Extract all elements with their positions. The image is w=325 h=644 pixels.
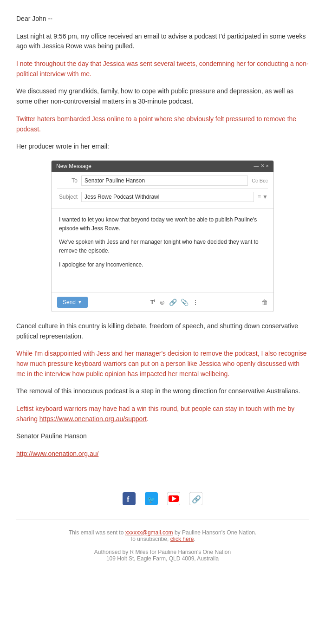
email-body-area: I wanted to let you know that beyond tod… <box>52 209 273 293</box>
email-toolbar: Send ▼ TI ☺ 🔗 📎 ⋮ 🗑 <box>52 293 273 312</box>
email-body-line-2: We've spoken with Jess and her manager t… <box>59 238 266 255</box>
to-field-row: To Senator Pauline Hanson Cc Bcc <box>57 176 268 186</box>
paragraph-8: The removal of this innocuous podcast is… <box>16 386 309 397</box>
to-value: Senator Pauline Hanson <box>81 176 248 186</box>
toolbar-icons: TI ☺ 🔗 📎 ⋮ <box>150 299 199 306</box>
subject-icons: ≡ ▼ <box>258 194 268 200</box>
signature-url-link[interactable]: http://www.onenation.org.au/ <box>16 450 98 457</box>
email-body-line-3: I apologise for any inconvenience. <box>59 260 266 269</box>
subject-value: Jess Rowe Podcast Withdrawl <box>81 192 254 202</box>
footer-social: f 🐦 🔗 <box>16 478 309 515</box>
footer-auth: Authorised by R Miles for Pauline Hanson… <box>16 545 309 571</box>
support-link[interactable]: https://www.onenation.org.au/support <box>39 415 147 423</box>
auth-line-2: 109 Holt St, Eagle Farm, QLD 4009, Austr… <box>16 555 309 562</box>
footer-divider <box>16 520 309 520</box>
greeting: Dear John -- <box>16 14 309 24</box>
paragraph-6: Cancel culture in this country is killin… <box>16 321 309 341</box>
trash-icon: 🗑 <box>261 299 268 306</box>
paragraph-4: Twitter haters bombarded Jess online to … <box>16 114 309 134</box>
facebook-icon[interactable]: f <box>122 492 136 506</box>
attachment-icon: 📎 <box>181 299 188 306</box>
embedded-email: New Message — ✕ × To Senator Pauline Han… <box>51 160 274 312</box>
paragraph-3: We discussed my grandkids, family, how t… <box>16 86 309 106</box>
paragraph-7: While I'm disappointed with Jess and her… <box>16 349 309 379</box>
svg-text:🐦: 🐦 <box>147 496 156 504</box>
svg-text:f: f <box>127 495 130 503</box>
sent-email-link[interactable]: xxxxxx@gmail.com <box>125 529 173 536</box>
text-format-icon: TI <box>150 299 155 306</box>
subject-label: Subject <box>57 194 81 200</box>
send-button[interactable]: Send ▼ <box>57 297 88 308</box>
email-fields: To Senator Pauline Hanson Cc Bcc Subject… <box>52 172 273 209</box>
more-icon: ⋮ <box>192 299 199 306</box>
email-titlebar-controls: — ✕ × <box>254 163 269 169</box>
twitter-icon[interactable]: 🐦 <box>144 492 158 506</box>
paragraph-5: Her producer wrote in her email: <box>16 142 309 152</box>
footer-unsubscribe: This email was sent to xxxxxx@gmail.com … <box>16 525 309 545</box>
email-body-line-1: I wanted to let you know that beyond tod… <box>59 215 266 233</box>
signature-name: Senator Pauline Hanson <box>16 431 309 442</box>
svg-text:🔗: 🔗 <box>192 495 201 504</box>
paragraph-9: Leftist keyboard warriors may have had a… <box>16 404 309 424</box>
link-icon: 🔗 <box>169 299 177 306</box>
send-group[interactable]: Send ▼ <box>57 297 88 308</box>
emoji-icon: ☺ <box>159 299 165 306</box>
paragraph-1: Last night at 9:56 pm, my office receive… <box>16 32 309 52</box>
subject-field-row: Subject Jess Rowe Podcast Withdrawl ≡ ▼ <box>57 189 268 202</box>
cc-label: Cc Bcc <box>252 178 268 183</box>
email-titlebar-title: New Message <box>56 163 91 169</box>
email-titlebar: New Message — ✕ × <box>52 161 273 172</box>
unsubscribe-link[interactable]: click here <box>170 536 194 542</box>
paragraph-2: I note throughout the day that Jessica w… <box>16 59 309 79</box>
link-chain-icon[interactable]: 🔗 <box>189 492 203 506</box>
signature-url: http://www.onenation.org.au/ <box>16 449 309 459</box>
youtube-icon[interactable] <box>167 492 181 506</box>
to-label: To <box>57 177 81 184</box>
auth-line-1: Authorised by R Miles for Pauline Hanson… <box>16 549 309 555</box>
email-body: Dear John -- Last night at 9:56 pm, my o… <box>0 0 325 585</box>
